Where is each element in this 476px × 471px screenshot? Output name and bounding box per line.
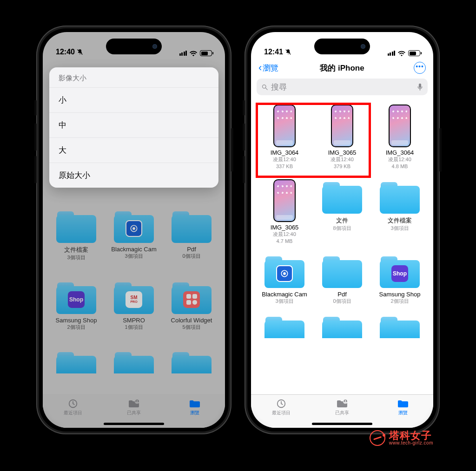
tab-browse[interactable]: 瀏覽 [372, 395, 433, 428]
mute-icon [285, 49, 291, 55]
battery-icon [408, 50, 420, 56]
more-button[interactable]: ••• [414, 62, 426, 74]
item-time: 凌晨12:40 [315, 156, 369, 163]
shop-icon: Shop [391, 265, 408, 282]
page-title: 我的 iPhone [320, 63, 364, 73]
home-indicator[interactable] [312, 423, 372, 425]
folder-item[interactable] [258, 314, 311, 341]
tab-label: 瀏覽 [398, 410, 408, 416]
watermark: 塔科女子 www.tech-girlz.com [370, 430, 433, 446]
item-size: 337 KB [258, 163, 311, 170]
status-time: 12:41 [264, 48, 283, 56]
back-label: 瀏覽 [263, 63, 278, 73]
item-size: 379 KB [315, 163, 369, 170]
folder-icon [397, 399, 409, 409]
item-name: IMG_3065 [315, 149, 369, 156]
side-button [34, 156, 37, 183]
phone-right: 12:41 ‹ 瀏覽 我的 iPhone [245, 26, 440, 434]
image-item[interactable]: IMG_3065 凌晨12:40 379 KB [315, 105, 369, 170]
image-thumbnail [273, 179, 296, 222]
chevron-left-icon: ‹ [258, 63, 262, 73]
sheet-option-medium[interactable]: 中 [49, 112, 218, 137]
sheet-option-small[interactable]: 小 [49, 87, 218, 112]
clock-icon [275, 399, 287, 409]
svg-point-15 [344, 399, 348, 404]
cellular-icon [179, 51, 187, 56]
item-name: 文件 [315, 216, 369, 225]
item-name: Blackmagic Cam [258, 291, 311, 298]
folder-item[interactable] [373, 314, 427, 341]
svg-point-16 [345, 400, 346, 401]
watermark-text: 塔科女子 [389, 430, 433, 441]
side-button [243, 100, 245, 116]
image-thumbnail [331, 105, 353, 147]
item-name: IMG_3064 [373, 149, 427, 156]
item-time: 凌晨12:40 [258, 156, 311, 163]
sheet-option-original[interactable]: 原始大小 [49, 163, 218, 188]
battery-icon [200, 50, 212, 56]
item-time: 凌晨12:40 [373, 156, 427, 163]
folder-item[interactable]: 文件 8個項目 [315, 179, 369, 245]
side-button [34, 100, 37, 116]
tab-bar: 最近項目 已共享 瀏覽 [251, 394, 433, 428]
item-size: 4.8 MB [373, 163, 427, 170]
side-button [34, 123, 37, 151]
phone-left: 12:40 文件檔案 [36, 26, 231, 434]
search-field[interactable]: 搜尋 [257, 78, 428, 95]
watermark-logo-icon [370, 430, 385, 446]
image-thumbnail [389, 105, 411, 147]
sheet-option-large[interactable]: 大 [49, 137, 218, 163]
svg-point-8 [263, 85, 266, 88]
mute-icon [77, 49, 83, 55]
cellular-icon [388, 51, 396, 56]
folder-item[interactable]: Blackmagic Cam 3個項目 [258, 254, 311, 305]
wifi-icon [190, 51, 197, 56]
folder-item[interactable]: Shop Samsung Shop 2個項目 [373, 254, 427, 305]
item-meta: 0個項目 [315, 298, 369, 305]
files-grid: IMG_3064 凌晨12:40 337 KB IMG_3065 凌晨12:40… [258, 102, 427, 341]
image-size-sheet: 影像大小 小 中 大 原始大小 [49, 67, 218, 188]
image-item[interactable]: IMG_3064 凌晨12:40 4.8 MB [373, 105, 427, 170]
shared-folder-icon [336, 399, 348, 409]
search-placeholder: 搜尋 [271, 82, 414, 92]
camera-icon [276, 265, 293, 282]
item-meta: 3個項目 [258, 298, 311, 305]
image-thumbnail [273, 105, 296, 147]
folder-item[interactable] [315, 314, 369, 341]
item-name: IMG_3064 [258, 149, 311, 156]
tab-label: 已共享 [335, 410, 349, 416]
image-item[interactable]: IMG_3065 凌晨12:40 4.7 MB [258, 179, 311, 245]
image-item[interactable]: IMG_3064 凌晨12:40 337 KB [258, 105, 311, 170]
svg-rect-10 [419, 83, 421, 87]
item-name: Samsung Shop [373, 291, 427, 298]
back-button[interactable]: ‹ 瀏覽 [258, 63, 278, 73]
sheet-title: 影像大小 [49, 67, 218, 87]
item-size: 4.7 MB [258, 238, 311, 245]
tab-label: 最近項目 [272, 410, 291, 416]
item-meta: 2個項目 [373, 298, 427, 305]
folder-item[interactable]: Pdf 0個項目 [315, 254, 369, 305]
item-name: IMG_3065 [258, 224, 311, 231]
dynamic-island [106, 39, 162, 54]
status-time: 12:40 [56, 48, 75, 56]
item-meta: 8個項目 [315, 225, 369, 232]
microphone-icon[interactable] [417, 83, 423, 91]
watermark-url: www.tech-girlz.com [389, 441, 433, 446]
nav-bar: ‹ 瀏覽 我的 iPhone ••• [251, 58, 433, 77]
svg-point-13 [283, 272, 286, 275]
side-button [439, 128, 442, 172]
svg-line-9 [265, 88, 267, 90]
folder-item[interactable]: 文件檔案 3個項目 [373, 179, 427, 245]
side-button [243, 156, 245, 183]
item-time: 凌晨12:40 [258, 231, 311, 238]
dynamic-island [314, 39, 370, 54]
item-name: Pdf [315, 291, 369, 298]
tab-recent[interactable]: 最近項目 [251, 395, 312, 428]
wifi-icon [398, 51, 405, 56]
side-button [231, 128, 233, 172]
item-meta: 3個項目 [373, 225, 427, 232]
side-button [243, 123, 245, 151]
search-icon [261, 84, 268, 91]
item-name: 文件檔案 [373, 216, 427, 225]
